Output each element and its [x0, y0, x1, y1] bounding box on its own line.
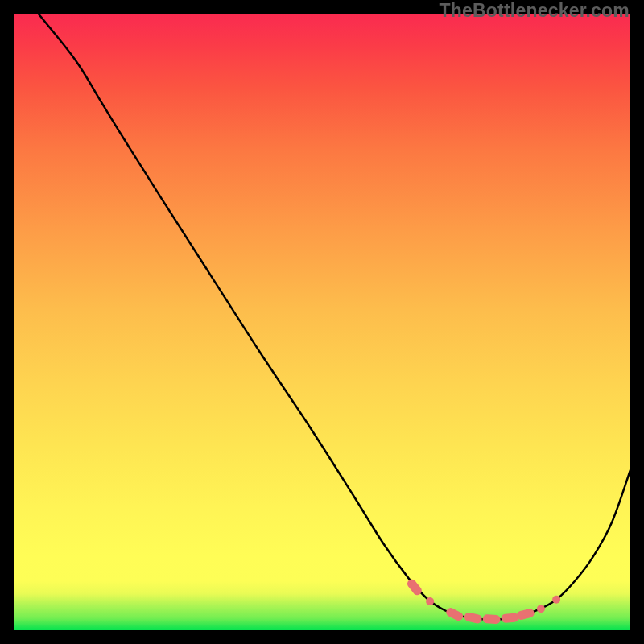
bottleneck-curve — [39, 14, 630, 620]
marker-group — [406, 577, 560, 624]
data-marker — [552, 596, 560, 604]
data-marker — [406, 577, 423, 597]
curve-svg — [14, 14, 630, 630]
plot-area — [14, 14, 630, 630]
data-marker — [537, 605, 545, 613]
data-marker — [516, 608, 535, 621]
chart-frame: TheBottlenecker.com — [0, 0, 644, 644]
data-marker — [426, 597, 434, 605]
data-marker — [444, 606, 464, 622]
data-marker — [501, 613, 519, 623]
watermark-text: TheBottlenecker.com — [440, 0, 630, 22]
data-marker — [464, 612, 483, 625]
data-marker — [482, 614, 501, 624]
